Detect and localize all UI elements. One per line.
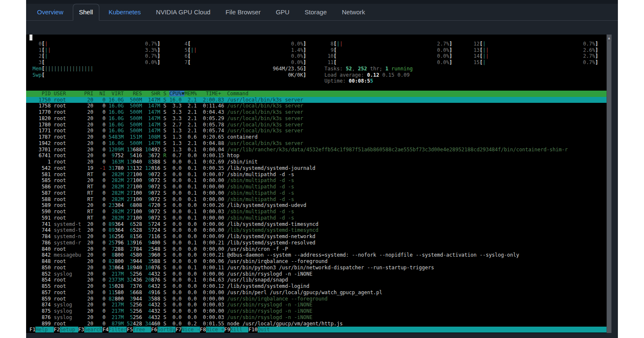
tab-file-browser[interactable]: File Browser (220, 4, 266, 20)
process-row-1820[interactable]: 1820 root 20 0 16.0G 500M 147M S 3.3 2.1… (26, 115, 607, 122)
fkey-f7-nice-[interactable]: F7Nice - (176, 327, 200, 333)
process-row-3701[interactable]: 3701 root 20 0 1209M 13688 10492 S 1.3 0… (26, 147, 607, 153)
process-row-1[interactable]: 1 root 20 0 163M 13040 8388 S 0.0 0.1 0:… (26, 159, 607, 165)
terminal-cursor-line (26, 35, 607, 41)
fkey-f2-setup[interactable]: F2Setup (54, 327, 78, 333)
process-row-587[interactable]: 587 root RT 0 282M 27100 9072 S 0.0 0.1 … (26, 190, 607, 196)
process-row-542[interactable]: 542 root 19 -1 31780 13132 12016 S 0.0 0… (26, 165, 607, 172)
process-row-859[interactable]: 859 root 20 0 82800 3944 3588 S 0.0 0.0 … (26, 296, 607, 302)
tab-shell[interactable]: Shell (73, 4, 99, 21)
app-window: OverviewShellKubernetesNVIDIA GPU CloudF… (26, 0, 618, 338)
process-row-1758[interactable]: 1758 root 20 0 16.0G 500M 147M S 3.3 2.1… (26, 103, 607, 109)
process-row-855[interactable]: 855 root 20 0 15028 7376 6432 S 0.0 0.0 … (26, 283, 607, 290)
process-row-852[interactable]: 852 syslog 20 0 217M 5256 4432 S 0.0 0.0… (26, 271, 607, 277)
terminal-scrollbar[interactable]: ▲ (607, 35, 612, 333)
memory-meter-line: Mem[|||||||||||||||| 964M/23.5G] Tasks: … (26, 66, 607, 72)
process-row-850[interactable]: 850 root 20 0 33064 18940 10076 S 0.0 0.… (26, 265, 607, 271)
cpu-meter-line-2: 2[| 0.7%] 6[ 0.0%] 10[ 0.0%] 14[|| 2.7%] (26, 53, 607, 59)
cpu-meter-line-3: 3[ 0.0%] 7[ 0.0%] 11[ 0.0%] 15[| 0.7%] (26, 59, 607, 66)
scrollbar-thumb[interactable] (607, 41, 611, 333)
cpu-meter-line-0: 0[| 0.7%] 4[ 0.0%] 8[|| 2.7%] 12[| 0.7%] (26, 41, 607, 47)
fkey-f4-filter[interactable]: F4Filter (102, 327, 127, 333)
fkey-f5-tree[interactable]: F5Tree (127, 327, 151, 333)
process-row-588[interactable]: 588 root RT 0 282M 27100 9072 S 0.0 0.1 … (26, 196, 607, 203)
process-row-6741[interactable]: 6741 root 20 0 9752 5416 3672 R 0.7 0.0 … (26, 153, 607, 159)
process-row-1770[interactable]: 1770 root 20 0 16.0G 500M 147M S 3.3 2.1… (26, 109, 607, 115)
tab-kubernetes[interactable]: Kubernetes (103, 4, 147, 20)
process-row-1750[interactable]: 1750 root 20 0 16.0G 500M 147M S 16.0 2.… (26, 97, 607, 103)
process-row-1771[interactable]: 1771 root 20 0 16.0G 500M 147M S 1.3 2.1… (26, 128, 607, 134)
tab-nvidia-gpu-cloud[interactable]: NVIDIA GPU Cloud (150, 4, 216, 20)
window-top-strip (26, 0, 618, 4)
tab-overview[interactable]: Overview (31, 4, 69, 20)
uptime-line: Uptime: 00:08:55 (26, 78, 607, 84)
process-row-741[interactable]: 741 systemd-t 20 0 89364 6528 5724 S 0.0… (26, 221, 607, 228)
process-row-589[interactable]: 589 root 20 0 23304 6808 4720 S 0.0 0.0 … (26, 202, 607, 209)
fkey-f8-nice+[interactable]: F8Nice + (200, 327, 224, 333)
process-row-590[interactable]: 590 root RT 0 282M 27100 9072 S 0.0 0.1 … (26, 209, 607, 215)
fkey-f10-quit[interactable]: F10Quit (248, 327, 276, 333)
scroll-up-icon[interactable]: ▲ (607, 35, 612, 41)
sort-column-header-cpu[interactable]: CPU%▼ (169, 91, 184, 97)
process-row-842[interactable]: 842 messagebu 20 0 8800 4580 3960 S 0.0 … (26, 252, 607, 258)
process-row-899[interactable]: 899 root 20 0 879M 52428 34460 S 0.0 0.2… (26, 321, 607, 327)
fkey-f9-kill[interactable]: F9Kill (224, 327, 249, 333)
process-row-744[interactable]: 744 systemd-t 20 0 89364 6528 5724 S 0.0… (26, 227, 607, 233)
process-row-786[interactable]: 786 systemd-r 20 0 25796 13916 9400 S 0.… (26, 240, 607, 246)
blank-line (26, 84, 607, 91)
function-key-bar: F1Help F2Setup F3SearchF4FilterF5Tree F6… (26, 327, 607, 333)
process-row-840[interactable]: 840 root 20 0 7288 2784 2548 S 0.0 0.0 0… (26, 246, 607, 252)
process-row-591[interactable]: 591 root RT 0 282M 27100 9072 S 0.0 0.1 … (26, 215, 607, 221)
process-table-header[interactable]: PID USER PRI NI VIRT RES SHR S CPU%▼MEM%… (26, 91, 607, 97)
swap-meter-line: Swp[ 0K/0K] Load average: 0.12 0.15 0.09 (26, 72, 607, 78)
fkey-f1-help[interactable]: F1Help (29, 327, 54, 333)
process-row-854[interactable]: 854 root 20 0 2373M 32436 20876 S 0.0 0.… (26, 277, 607, 283)
cpu-meter-line-1: 1[|| 3.3%] 5[|| 1.4%] 9[ 0.0%] 13[|| 2.6… (26, 47, 607, 54)
tab-bar: OverviewShellKubernetesNVIDIA GPU CloudF… (26, 4, 618, 21)
process-row-875[interactable]: 875 syslog 20 0 217M 5256 4432 S 0.0 0.0… (26, 308, 607, 314)
fkey-f6-sortby[interactable]: F6SortBy (151, 327, 176, 333)
process-row-874[interactable]: 874 syslog 20 0 217M 5256 4432 S 0.0 0.0… (26, 302, 607, 308)
terminal[interactable]: 0[| 0.7%] 4[ 0.0%] 8[|| 2.7%] 12[| 0.7%]… (26, 35, 612, 333)
process-row-1942[interactable]: 1942 root 20 0 16.0G 500M 147M S 1.3 2.1… (26, 140, 607, 147)
process-row-848[interactable]: 848 root 20 0 82800 3944 3588 S 0.0 0.0 … (26, 258, 607, 265)
process-row-876[interactable]: 876 syslog 20 0 217M 5256 4432 S 0.0 0.0… (26, 314, 607, 321)
process-row-784[interactable]: 784 systemd-n 20 0 16256 8156 7116 S 0.0… (26, 233, 607, 240)
fkey-f3-search[interactable]: F3Search (78, 327, 103, 333)
process-row-1780[interactable]: 1780 root 20 0 16.0G 500M 147M S 2.7 2.1… (26, 122, 607, 128)
process-row-586[interactable]: 586 root RT 0 282M 27100 9072 S 0.0 0.1 … (26, 184, 607, 190)
process-row-581[interactable]: 581 root RT 0 282M 27100 9072 S 0.0 0.1 … (26, 172, 607, 178)
tab-storage[interactable]: Storage (299, 4, 333, 20)
htop-screen: 0[| 0.7%] 4[ 0.0%] 8[|| 2.7%] 12[| 0.7%]… (26, 35, 607, 333)
process-row-1787[interactable]: 1787 root 20 0 5483M 151M 108M S 1.3 0.6… (26, 134, 607, 140)
tab-gpu[interactable]: GPU (270, 4, 295, 20)
process-row-857[interactable]: 857 root 20 0 11580 5668 4916 S 0.0 0.0 … (26, 290, 607, 296)
tab-network[interactable]: Network (336, 4, 371, 20)
process-row-585[interactable]: 585 root 20 0 282M 27100 9072 S 0.0 0.1 … (26, 177, 607, 184)
terminal-cursor (29, 35, 32, 40)
